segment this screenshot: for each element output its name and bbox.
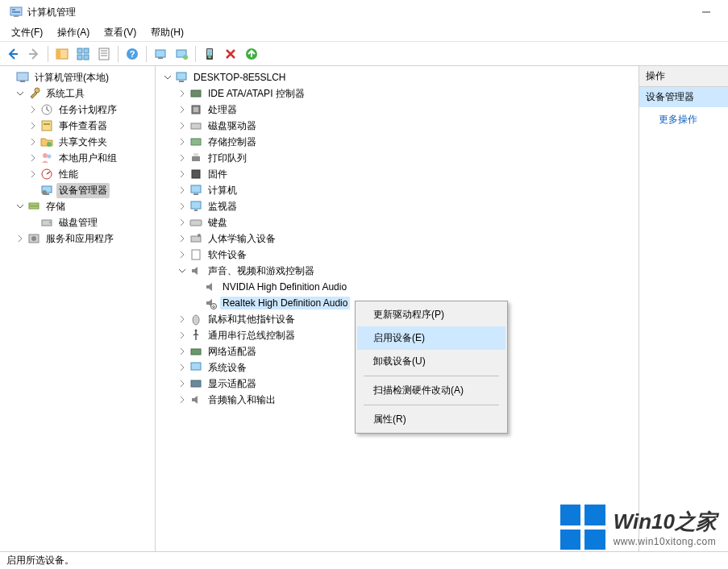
show-hide-button[interactable] xyxy=(52,44,72,64)
device-computer[interactable]: 计算机 xyxy=(156,182,639,198)
svg-point-62 xyxy=(193,315,199,325)
chevron-down-icon[interactable] xyxy=(15,88,26,99)
chevron-right-icon[interactable] xyxy=(177,346,188,357)
tools-icon xyxy=(27,87,40,100)
chevron-down-icon[interactable] xyxy=(162,72,173,83)
tree-local-users[interactable]: 本地用户和组 xyxy=(0,150,155,166)
hid-icon xyxy=(189,232,202,245)
chevron-right-icon[interactable] xyxy=(177,314,188,325)
device-nvidia-audio[interactable]: NVIDIA High Definition Audio xyxy=(156,279,639,295)
device-label: NVIDIA High Definition Audio xyxy=(220,280,349,293)
tree-storage[interactable]: 存储 xyxy=(0,198,155,214)
tree-label: 计算机管理(本地) xyxy=(32,70,111,85)
scan-button[interactable] xyxy=(151,44,170,64)
chevron-right-icon[interactable] xyxy=(177,201,188,212)
actions-section[interactable]: 设备管理器 xyxy=(639,87,728,108)
app-icon xyxy=(10,6,23,19)
chevron-right-icon[interactable] xyxy=(27,104,39,115)
tree-shared-folders[interactable]: 共享文件夹 xyxy=(0,134,155,150)
device-keyboards[interactable]: 键盘 xyxy=(156,214,639,231)
back-button[interactable] xyxy=(3,44,23,64)
chevron-right-icon[interactable] xyxy=(177,394,188,405)
speaker-icon xyxy=(204,280,217,293)
tree-system-tools[interactable]: 系统工具 xyxy=(0,85,155,102)
uninstall-button[interactable] xyxy=(221,44,240,64)
action-more[interactable]: 更多操作 xyxy=(639,108,728,131)
device-software[interactable]: 软件设备 xyxy=(156,247,639,263)
scan-hardware-button[interactable] xyxy=(242,44,261,64)
chevron-right-icon[interactable] xyxy=(177,378,188,389)
chevron-right-icon[interactable] xyxy=(15,233,26,244)
chevron-right-icon[interactable] xyxy=(177,136,188,147)
ctx-uninstall[interactable]: 卸载设备(U) xyxy=(357,350,505,373)
context-menu: 更新驱动程序(P) 启用设备(E) 卸载设备(U) 扫描检测硬件改动(A) 属性… xyxy=(355,301,508,434)
svg-rect-25 xyxy=(20,81,25,82)
chevron-down-icon[interactable] xyxy=(177,265,188,276)
chevron-right-icon[interactable] xyxy=(177,152,188,164)
device-hid[interactable]: 人体学输入设备 xyxy=(156,231,639,247)
chevron-right-icon[interactable] xyxy=(27,152,39,164)
ctx-scan-hardware[interactable]: 扫描检测硬件改动(A) xyxy=(357,379,505,402)
menu-view[interactable]: 查看(V) xyxy=(99,24,141,41)
device-sound[interactable]: 声音、视频和游戏控制器 xyxy=(156,263,639,279)
ctx-update-driver[interactable]: 更新驱动程序(P) xyxy=(357,303,505,326)
chevron-right-icon[interactable] xyxy=(177,233,188,244)
tree-task-scheduler[interactable]: 任务计划程序 xyxy=(0,102,155,118)
chevron-right-icon[interactable] xyxy=(27,136,39,147)
expander-icon[interactable] xyxy=(3,72,15,83)
center-device-tree: DESKTOP-8E5SLCH IDE ATA/ATAPI 控制器 处理器 磁盘… xyxy=(156,66,639,551)
device-processors[interactable]: 处理器 xyxy=(156,102,639,118)
device-root[interactable]: DESKTOP-8E5SLCH xyxy=(156,69,639,85)
minimize-button[interactable] xyxy=(688,0,725,24)
chevron-right-icon[interactable] xyxy=(27,120,39,131)
main-area: 计算机管理(本地) 系统工具 任务计划程序 事件查看器 共享文件夹 本地用户和组 xyxy=(0,66,728,551)
cpu-icon xyxy=(189,103,202,116)
chevron-right-icon[interactable] xyxy=(177,88,188,99)
tree-device-manager[interactable]: 设备管理器 xyxy=(0,182,155,198)
svg-rect-48 xyxy=(191,123,201,129)
svg-rect-54 xyxy=(193,193,198,195)
properties-button[interactable] xyxy=(94,44,114,64)
menu-action[interactable]: 操作(A) xyxy=(52,24,94,41)
view-button[interactable] xyxy=(73,44,93,64)
tree-root-computer-mgmt[interactable]: 计算机管理(本地) xyxy=(0,69,155,85)
chevron-right-icon[interactable] xyxy=(177,185,188,196)
ctx-enable-device[interactable]: 启用设备(E) xyxy=(357,326,505,350)
menu-file[interactable]: 文件(F) xyxy=(6,24,48,41)
device-printers[interactable]: 打印队列 xyxy=(156,150,639,166)
chevron-right-icon[interactable] xyxy=(177,330,188,341)
chevron-right-icon[interactable] xyxy=(177,168,188,180)
device-firmware[interactable]: 固件 xyxy=(156,166,639,182)
device-label: 声音、视频和游戏控制器 xyxy=(206,264,317,279)
tree-services-apps[interactable]: 服务和应用程序 xyxy=(0,231,155,247)
device-label: 网络适配器 xyxy=(206,344,259,359)
device-label: Realtek High Definition Audio xyxy=(220,297,350,309)
svg-rect-58 xyxy=(191,236,201,242)
tree-label: 本地用户和组 xyxy=(56,151,119,166)
svg-rect-65 xyxy=(191,363,201,370)
device-ide[interactable]: IDE ATA/ATAPI 控制器 xyxy=(156,85,639,102)
chevron-down-icon[interactable] xyxy=(15,201,26,212)
chevron-right-icon[interactable] xyxy=(177,217,188,228)
svg-rect-6 xyxy=(56,49,60,59)
tree-event-viewer[interactable]: 事件查看器 xyxy=(0,118,155,134)
chevron-right-icon[interactable] xyxy=(27,168,39,180)
tree-performance[interactable]: 性能 xyxy=(0,166,155,182)
chevron-right-icon[interactable] xyxy=(177,104,188,115)
svg-rect-60 xyxy=(192,250,200,260)
device-storage-ctl[interactable]: 存储控制器 xyxy=(156,134,639,150)
device-disk-drives[interactable]: 磁盘驱动器 xyxy=(156,118,639,134)
enable-device-button[interactable] xyxy=(200,44,219,64)
chevron-right-icon[interactable] xyxy=(177,249,188,260)
svg-point-20 xyxy=(183,55,188,60)
svg-rect-52 xyxy=(192,170,200,178)
tree-disk-mgmt[interactable]: 磁盘管理 xyxy=(0,214,155,231)
forward-button[interactable] xyxy=(24,44,44,64)
update-button[interactable] xyxy=(172,44,191,64)
chevron-right-icon[interactable] xyxy=(177,120,188,131)
help-button[interactable]: ? xyxy=(123,44,142,64)
menu-help[interactable]: 帮助(H) xyxy=(146,24,189,41)
device-monitors[interactable]: 监视器 xyxy=(156,198,639,214)
ctx-properties[interactable]: 属性(R) xyxy=(357,408,505,431)
chevron-right-icon[interactable] xyxy=(177,362,188,373)
